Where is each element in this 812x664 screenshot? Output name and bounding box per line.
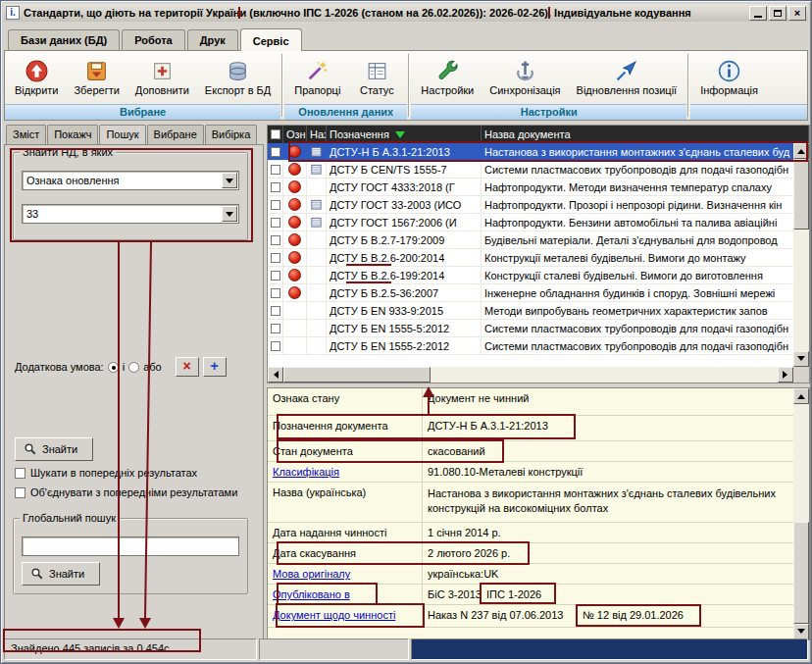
table-row[interactable]: ДСТУ ГОСТ 33-2003 (ИСОНафтопродукти. Про… [268,196,793,214]
table-row[interactable]: ДСТУ Б EN 933-9:2015Методи випробувань г… [268,302,793,320]
table-row[interactable]: ДСТУ Б В.2.5-36:2007Інженерне обладнання… [268,284,793,302]
details-body: Ознака стануДокумент не чиннийПозначення… [268,388,793,639]
table-row[interactable]: ДСТУ Б В.2.7-179:2009Будівельні матеріал… [268,231,793,249]
panel-tab[interactable]: Зміст [6,125,46,144]
table-row[interactable]: ДСТУ ГОСТ 4333:2018 (ГНафтопродукти. Мет… [268,179,793,196]
info-button[interactable]: Інформація [692,52,766,103]
table-row[interactable]: ДСТУ ГОСТ 1567:2006 (ИНафтопродукти. Бен… [268,214,793,231]
chevron-down-icon[interactable] [222,173,237,188]
open-button[interactable]: Відкрити [7,52,66,103]
restore-position-button[interactable]: Відновлення позиції [569,52,685,103]
save-button[interactable]: Зберегти [66,52,127,103]
chevron-down-icon[interactable] [222,206,237,222]
detail-value: БіС 3-2013 [423,585,482,604]
row-checkbox[interactable] [271,235,280,245]
row-checkbox[interactable] [271,306,280,316]
minimize-button[interactable] [749,6,767,21]
row-checkbox[interactable] [271,165,280,175]
global-search-input[interactable] [22,536,239,556]
detail-label-link[interactable]: Документ щодо чинності [268,605,423,627]
status-button[interactable]: Статус [348,52,405,103]
detail-row: Позначення документаДСТУ-Н Б А.3.1-21:20… [268,416,793,441]
row-checkbox[interactable] [271,200,280,210]
append-button[interactable]: Доповнити [127,52,197,103]
doc-designation: ДСТУ Б В.2.7-179:2009 [327,231,482,248]
add-condition-button[interactable]: + [203,357,227,377]
panel-tab[interactable]: Покажч [47,125,98,144]
row-checkbox[interactable] [271,288,280,298]
panel-tab-label: Зміст [13,128,39,140]
book-icon [310,198,323,211]
column-header-flag[interactable]: Озн [283,126,307,143]
select-all-checkbox[interactable] [271,129,280,139]
column-header-designation[interactable]: Позначення [327,126,482,143]
doc-designation: ДСТУ-Н Б А.3.1-21:2013 [327,143,482,160]
row-checkbox[interactable] [271,218,280,228]
criteria-field-combo[interactable]: Ознака оновлення [22,171,239,190]
global-find-button[interactable]: Знайти [22,562,100,586]
table-horizontal-scrollbar[interactable] [268,367,793,383]
flags-button[interactable]: Прапорці [286,52,348,103]
radio-and[interactable] [108,362,119,373]
search-in-previous-row: Шукати в попередніх результатах [15,467,261,479]
panel-tab[interactable]: Пошук [99,125,145,144]
scrollbar-thumb[interactable] [283,367,431,383]
toolbar-button-label: Відкрити [15,84,58,96]
title-bar: і. Стандарти, що діють на території Укра… [4,4,808,22]
toolbar-button-label: Доповнити [135,84,189,96]
criteria-value-combo[interactable]: 33 [22,204,239,224]
detail-label-link[interactable]: Опубліковано в [268,585,423,604]
table-vertical-scrollbar[interactable] [793,143,809,367]
column-header-doc-name[interactable]: Назва документа [482,126,809,143]
main-tab[interactable]: Бази даних (БД) [8,29,120,50]
main-tab[interactable]: Сервіс [240,28,302,51]
row-checkbox[interactable] [271,271,280,281]
row-checkbox[interactable] [271,341,280,351]
table-row[interactable]: ДСТУ Б EN 1555-5:2012Системи пластмасови… [268,320,793,337]
settings-button[interactable]: Настройки [413,52,482,103]
close-button[interactable]: × [788,6,806,21]
row-checkbox[interactable] [271,253,280,263]
row-checkbox[interactable] [271,324,280,333]
table-row[interactable]: ДСТУ Б CEN/TS 1555-7Системи пластмасових… [268,161,793,179]
search-in-previous-checkbox[interactable] [15,468,25,479]
main-tab-label: Друк [200,34,226,46]
table-row[interactable]: ДСТУ Б В.2.6-199:2014Конструкції сталеві… [268,267,793,284]
doc-title: Конструкції металеві будівельні. Вимоги … [482,249,793,266]
remove-condition-button[interactable]: × [176,357,199,377]
toolbar-button-label: Експорт в БД [205,84,271,96]
select-all-cell[interactable] [268,126,283,143]
radio-or[interactable] [128,362,139,373]
detail-label-link[interactable]: Класифікація [268,462,423,482]
column-header-name-icon[interactable]: Наз [307,126,327,143]
details-vertical-scrollbar[interactable] [793,388,809,639]
detail-label-link[interactable]: Мова оригіналу [268,564,423,584]
detail-value: ДСТУ-Н Б А.3.1-21:2013 [423,416,793,440]
row-checkbox[interactable] [271,147,280,157]
doc-title: Нафтопродукти. Прозорі і непрозорі рідин… [482,196,793,213]
scrollbar-thumb[interactable] [793,159,809,230]
table-row[interactable]: ДСТУ Б EN 1555-2:2012Системи пластмасови… [268,337,793,355]
maximize-button[interactable] [769,6,787,21]
find-button[interactable]: Знайти [15,437,93,461]
not-valid-flag-icon [288,180,301,193]
toolbar-button-label: Статус [360,84,394,96]
sync-button[interactable]: Синхронізація [482,52,568,103]
table-row[interactable]: ДСТУ-Н Б А.3.1-21:2013Настанова з викори… [268,143,793,161]
scroll-left-icon [270,371,279,379]
detail-row: Назва (українська)Настанова з використан… [268,483,793,523]
main-tab[interactable]: Друк [187,29,238,50]
search-icon [30,567,44,581]
detail-label: Ознака стану [268,388,423,415]
main-tab[interactable]: Робота [122,29,185,50]
row-checkbox[interactable] [271,182,280,192]
panel-tab[interactable]: Вибране [147,125,204,144]
scrollbar-thumb[interactable] [793,522,809,624]
doc-designation: ДСТУ Б CEN/TS 1555-7 [327,161,482,178]
detail-row: Дата скасування2 лютого 2026 р. [268,543,793,564]
panel-tab[interactable]: Вибірка [205,125,258,144]
export-db-button[interactable]: Експорт в БД [197,52,279,103]
merge-with-previous-checkbox[interactable] [15,487,25,498]
table-row[interactable]: ДСТУ Б В.2.6-200:2014Конструкції металев… [268,249,793,267]
not-valid-flag-icon [288,163,301,176]
